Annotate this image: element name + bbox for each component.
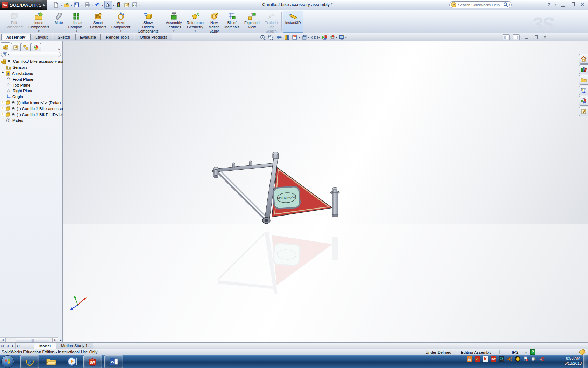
tab-office-products[interactable]: Office Products: [135, 34, 172, 40]
undo-dropdown[interactable]: ▾: [102, 4, 103, 6]
view-settings-button[interactable]: ▾: [339, 34, 347, 40]
units-selector[interactable]: IPS: [510, 350, 520, 354]
reference-geometry-dropdown[interactable]: ▾: [195, 29, 196, 32]
scroll-thumb[interactable]: |||: [16, 338, 49, 342]
feature-tree-tab[interactable]: [1, 42, 10, 51]
appearances-tab[interactable]: [579, 96, 588, 106]
select-button[interactable]: [104, 1, 112, 9]
assembly-features-dropdown[interactable]: ▾: [173, 29, 175, 32]
undo-button[interactable]: ↶: [94, 1, 101, 8]
reference-geometry-button[interactable]: Reference Geometry ▾: [184, 11, 206, 33]
tab-nav-prev[interactable]: ◀: [5, 343, 10, 349]
save-button[interactable]: [73, 1, 80, 8]
split-pane-left-button[interactable]: [503, 34, 510, 40]
options-dropdown[interactable]: ▾: [139, 4, 141, 6]
tab-render-tools[interactable]: Render Tools: [101, 34, 135, 40]
tree-item-mates[interactable]: Mates: [0, 117, 63, 123]
model-tab[interactable]: Model: [34, 343, 56, 349]
motion-study-tab[interactable]: Motion Study 1: [56, 343, 93, 349]
tree-item-bike-lid[interactable]: + (-) Carrillo.J-BIKE LID<1>: [0, 111, 63, 117]
open-button[interactable]: [63, 1, 70, 8]
file-explorer-tab[interactable]: [579, 75, 588, 85]
open-dropdown[interactable]: ▾: [71, 4, 72, 6]
tree-item-sensors[interactable]: Sensors: [0, 64, 63, 70]
tree-filter-box[interactable]: ▾: [1, 52, 61, 57]
tray-action-center-icon[interactable]: [523, 356, 528, 362]
start-button[interactable]: [1, 355, 14, 368]
help-button[interactable]: ?: [545, 2, 552, 7]
scroll-right-arrow[interactable]: ▶: [52, 338, 58, 343]
expand-toggle[interactable]: +: [1, 107, 5, 110]
scroll-left-arrow[interactable]: ◀: [0, 338, 6, 343]
new-dropdown[interactable]: ▾: [61, 4, 62, 6]
edit-component-button[interactable]: Edit Component: [2, 11, 26, 33]
expand-toggle[interactable]: +: [1, 101, 5, 104]
doc-minimize-button[interactable]: [523, 35, 529, 40]
move-component-button[interactable]: Move Component ▾: [109, 11, 133, 33]
tray-norton-icon[interactable]: [515, 356, 520, 362]
restore-button[interactable]: [569, 2, 576, 7]
expand-toggle[interactable]: +: [1, 113, 5, 116]
tree-item-bike-frame[interactable]: + (f) bike frame<1> (Defau: [0, 100, 63, 106]
taskbar-internet-explorer[interactable]: e: [20, 355, 39, 368]
resources-home-tab[interactable]: [579, 54, 588, 64]
save-dropdown[interactable]: ▾: [81, 4, 83, 6]
tray-mute-icon[interactable]: [539, 356, 545, 362]
section-view-button[interactable]: [284, 34, 290, 40]
close-button[interactable]: ✕: [579, 2, 586, 7]
tab-evaluate[interactable]: Evaluate: [75, 34, 101, 40]
smart-fasteners-button[interactable]: Smart Fasteners: [88, 11, 109, 33]
expand-toggle[interactable]: +: [1, 71, 5, 75]
minimize-button[interactable]: [559, 2, 566, 7]
tree-item-annotations[interactable]: + A Annotations: [0, 70, 63, 76]
display-style-button[interactable]: ▾: [302, 34, 310, 40]
property-manager-tab[interactable]: [11, 43, 21, 51]
tray-kaspersky-icon[interactable]: K: [483, 356, 488, 362]
split-pane-right-button[interactable]: [513, 34, 520, 40]
help-search-box[interactable]: ? ▾: [449, 1, 512, 8]
print-dropdown[interactable]: ▾: [92, 4, 93, 6]
bike-rear-frame[interactable]: VELOCIROOM: [212, 152, 340, 224]
menu-flyout-arrow[interactable]: ▶: [42, 0, 47, 10]
instant3d-button[interactable]: Instant3D: [283, 11, 303, 33]
tray-java-icon[interactable]: ☕: [467, 356, 472, 362]
rebuild-icon[interactable]: [115, 1, 122, 8]
taskbar-clock[interactable]: 8:53 AM 5/13/2013: [565, 356, 582, 366]
panel-overflow-button[interactable]: »: [58, 47, 62, 51]
search-scope-dropdown[interactable]: ▾: [509, 4, 510, 6]
new-document-button[interactable]: [52, 1, 59, 8]
zoom-to-fit-button[interactable]: [260, 34, 266, 40]
new-motion-study-button[interactable]: New Motion Study: [206, 11, 222, 33]
tab-nav-last[interactable]: ▶|: [16, 343, 21, 349]
tab-assembly[interactable]: Assembly: [1, 34, 30, 40]
tree-item-bike-accessory[interactable]: + (-) Carrillo.J-Bike accesso: [0, 105, 63, 111]
tray-volume-icon[interactable]: [507, 356, 512, 362]
move-component-dropdown[interactable]: ▾: [120, 29, 121, 32]
configuration-manager-tab[interactable]: [21, 43, 31, 51]
tree-item-right-plane[interactable]: Right Plane: [0, 88, 63, 94]
tray-network-icon[interactable]: [531, 356, 537, 362]
print-button[interactable]: [84, 1, 91, 8]
solidworks-logo[interactable]: SW SOLIDWORKS: [0, 0, 42, 10]
tray-solidworks-icon[interactable]: SW: [491, 356, 496, 362]
tray-solidworks-rx-icon[interactable]: ✓: [475, 356, 480, 362]
taskbar-word[interactable]: W: [104, 355, 123, 368]
tab-nav-next[interactable]: ▶: [10, 343, 16, 349]
taskbar-file-explorer[interactable]: [42, 355, 60, 367]
show-hidden-components-button[interactable]: Show Hidden Components ▾: [135, 11, 161, 33]
tree-corner-arrow[interactable]: ▸: [60, 338, 62, 342]
zoom-to-area-button[interactable]: [268, 34, 274, 40]
linear-pattern-dropdown[interactable]: ▾: [76, 29, 77, 32]
logo-plate[interactable]: VELOCIROOM: [273, 186, 300, 209]
tree-item-assembly-root[interactable]: Carrillo.J-bike accessory asse: [0, 59, 63, 64]
search-icon[interactable]: [503, 2, 509, 7]
apply-scene-button[interactable]: ▾: [329, 34, 337, 40]
tab-sketch[interactable]: Sketch: [53, 34, 75, 40]
explode-line-sketch-button[interactable]: Explode Line Sketch: [262, 11, 280, 33]
tree-item-top-plane[interactable]: Top Plane: [0, 82, 63, 88]
tray-search-icon[interactable]: [499, 356, 504, 362]
view-orientation-button[interactable]: ▾: [292, 34, 300, 40]
display-manager-tab[interactable]: [31, 43, 41, 51]
tree-item-origin[interactable]: Origin: [0, 94, 63, 100]
design-library-tab[interactable]: [579, 64, 588, 74]
